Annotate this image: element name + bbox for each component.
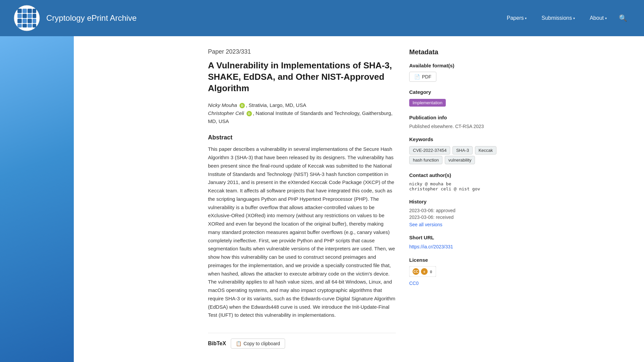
contact-section: Contact author(s) nicky @ mouha be chris… xyxy=(409,172,510,191)
author-1-name: Nicky Mouha xyxy=(208,102,237,108)
svg-rect-9 xyxy=(17,19,22,23)
category-tag[interactable]: Implementation xyxy=(409,99,446,107)
svg-rect-3 xyxy=(28,9,32,13)
metadata-heading: Metadata xyxy=(409,48,510,56)
author-1: Nicky Mouha D, Strativia, Largo, MD, USA xyxy=(208,101,396,109)
copy-label: Copy to clipboard xyxy=(244,341,280,346)
history-label: History xyxy=(409,199,510,204)
clipboard-icon: 📋 xyxy=(236,341,241,346)
pdf-button[interactable]: 📄 PDF xyxy=(409,72,436,82)
papers-label: Papers xyxy=(507,15,524,21)
page-layout: Paper 2023/331 A Vulnerability in Implem… xyxy=(0,36,644,362)
orcid-icon-2[interactable]: D xyxy=(247,111,252,116)
svg-rect-6 xyxy=(22,14,27,18)
pub-info-label: Publication info xyxy=(409,115,510,120)
svg-rect-8 xyxy=(33,14,36,18)
submissions-label: Submissions xyxy=(541,15,572,21)
about-chevron-icon: ▾ xyxy=(605,16,607,20)
bibtex-label: BibTeX xyxy=(208,341,226,347)
svg-rect-16 xyxy=(33,24,36,27)
about-menu[interactable]: About ▾ xyxy=(584,12,613,24)
cc0-link[interactable]: CC0 xyxy=(409,281,419,286)
author-2-name: Christopher Celi xyxy=(208,110,244,116)
svg-rect-13 xyxy=(17,24,22,27)
keywords-label: Keywords xyxy=(409,136,510,142)
bibtex-bar: BibTeX 📋 Copy to clipboard xyxy=(208,333,396,349)
author-2: Christopher Celi D, National Institute o… xyxy=(208,109,396,125)
cc0-badge: CC 0 0 xyxy=(409,266,510,278)
iacr-logo-icon xyxy=(13,5,40,32)
papers-chevron-icon: ▾ xyxy=(525,16,527,20)
keyword-tag-4[interactable]: vulnerability xyxy=(445,156,475,164)
short-url-label: Short URL xyxy=(409,235,510,240)
search-button[interactable]: 🔍 xyxy=(615,11,631,25)
category-label: Category xyxy=(409,89,510,95)
contact-email-1: nicky @ mouha be xyxy=(409,181,510,186)
papers-menu[interactable]: Papers ▾ xyxy=(501,12,533,24)
keyword-tag-1[interactable]: SHA-3 xyxy=(452,146,473,155)
svg-rect-7 xyxy=(28,14,32,18)
svg-rect-1 xyxy=(17,9,22,13)
license-label: License xyxy=(409,257,510,263)
main-nav: Papers ▾ Submissions ▾ About ▾ 🔍 xyxy=(501,11,631,25)
history-section: History 2023-03-06: approved 2023-03-06:… xyxy=(409,199,510,227)
pdf-icon: 📄 xyxy=(414,74,420,79)
orcid-icon-1[interactable]: D xyxy=(239,103,245,108)
contact-label: Contact author(s) xyxy=(409,172,510,178)
keyword-tag-0[interactable]: CVE-2022-37454 xyxy=(409,146,450,155)
abstract-heading: Abstract xyxy=(208,134,396,141)
metadata-panel: Metadata Available format(s) 📄 PDF Categ… xyxy=(409,48,510,350)
author-1-affiliation: Strativia, Largo, MD, USA xyxy=(249,102,306,108)
svg-rect-11 xyxy=(28,19,32,23)
site-title: Cryptology ePrint Archive xyxy=(46,13,137,23)
svg-rect-5 xyxy=(17,14,22,18)
svg-text:0: 0 xyxy=(430,270,432,274)
keyword-tag-2[interactable]: Keccak xyxy=(475,146,497,155)
copy-to-clipboard-button[interactable]: 📋 Copy to clipboard xyxy=(231,339,285,349)
content-area: Paper 2023/331 A Vulnerability in Implem… xyxy=(74,36,644,362)
paper-title: A Vulnerability in Implementations of SH… xyxy=(208,60,396,94)
formats-label: Available format(s) xyxy=(409,63,510,68)
submissions-menu[interactable]: Submissions ▾ xyxy=(535,12,581,24)
svg-text:CC: CC xyxy=(414,270,418,274)
history-entry-1: 2023-03-06: received xyxy=(409,215,510,220)
short-url-section: Short URL https://ia.cr/2023/331 xyxy=(409,235,510,250)
svg-rect-2 xyxy=(22,9,27,13)
svg-text:0: 0 xyxy=(423,270,425,274)
category-section: Category Implementation xyxy=(409,89,510,107)
about-label: About xyxy=(590,15,604,21)
content-inner: Paper 2023/331 A Vulnerability in Implem… xyxy=(195,36,523,362)
pdf-label: PDF xyxy=(422,74,431,79)
history-entry-0: 2023-03-06: approved xyxy=(409,208,510,213)
svg-rect-10 xyxy=(22,19,27,23)
svg-rect-4 xyxy=(33,9,36,13)
abstract-text: This paper describes a vulnerability in … xyxy=(208,145,396,319)
svg-rect-14 xyxy=(22,24,27,27)
site-logo-link[interactable]: Cryptology ePrint Archive xyxy=(13,5,137,32)
paper-content: Paper 2023/331 A Vulnerability in Implem… xyxy=(208,48,396,350)
short-url-link[interactable]: https://ia.cr/2023/331 xyxy=(409,244,453,249)
pub-info-text: Published elsewhere. CT-RSA 2023 xyxy=(409,124,510,129)
pub-info-section: Publication info Published elsewhere. CT… xyxy=(409,115,510,129)
formats-section: Available format(s) 📄 PDF xyxy=(409,63,510,82)
site-header: Cryptology ePrint Archive Papers ▾ Submi… xyxy=(0,0,644,36)
contact-email-2: christopher celi @ nist gov xyxy=(409,186,510,191)
svg-rect-12 xyxy=(33,19,36,23)
search-icon: 🔍 xyxy=(619,14,627,22)
sidebar-background xyxy=(0,36,74,362)
authors-section: Nicky Mouha D, Strativia, Largo, MD, USA… xyxy=(208,101,396,125)
keyword-tag-3[interactable]: hash function xyxy=(409,156,442,164)
see-all-versions-link[interactable]: See all versions xyxy=(409,222,510,227)
paper-id: Paper 2023/331 xyxy=(208,48,396,55)
license-section: License CC 0 0 CC0 xyxy=(409,257,510,286)
submissions-chevron-icon: ▾ xyxy=(573,16,575,20)
svg-rect-15 xyxy=(28,24,32,27)
keywords-section: Keywords CVE-2022-37454 SHA-3 Keccak has… xyxy=(409,136,510,165)
